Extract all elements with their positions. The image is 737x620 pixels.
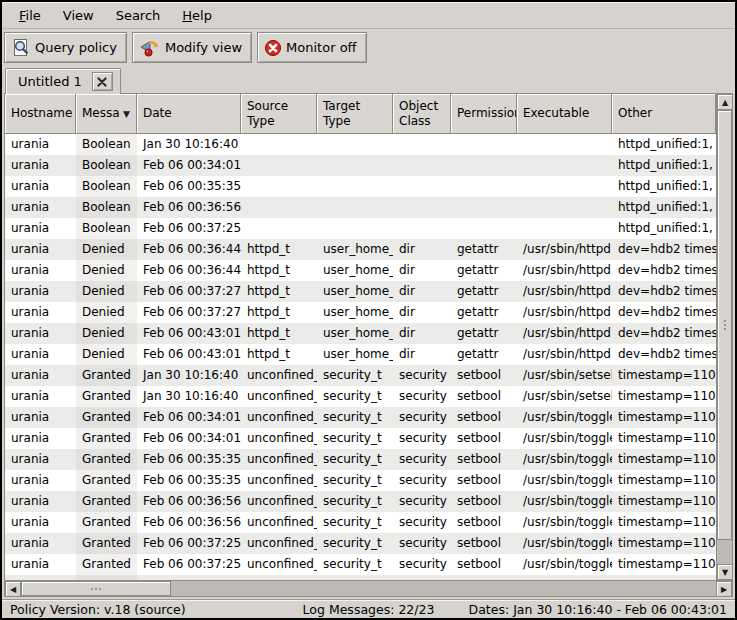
column-header-message[interactable]: Messa▼ — [76, 94, 137, 134]
table-row[interactable]: uraniaDeniedFeb 06 00:37:27httpd_tuser_h… — [5, 281, 716, 302]
cell-date: Feb 06 00:35:35 — [137, 449, 241, 470]
cell-hostname: urania — [5, 491, 76, 512]
table-row[interactable]: uraniaDeniedFeb 06 00:37:27httpd_tuser_h… — [5, 302, 716, 323]
table-row[interactable]: uraniaDeniedFeb 06 00:36:44httpd_tuser_h… — [5, 239, 716, 260]
table-row[interactable]: uraniaBooleanJan 30 10:16:40httpd_unifie… — [5, 134, 716, 155]
column-header-other[interactable]: Other — [612, 94, 716, 134]
table-row[interactable]: uraniaDeniedFeb 06 00:43:01httpd_tuser_h… — [5, 323, 716, 344]
table-row[interactable]: uraniaGrantedFeb 06 00:35:35unconfined_s… — [5, 449, 716, 470]
table-row[interactable]: uraniaDeniedFeb 06 00:43:01httpd_tuser_h… — [5, 344, 716, 365]
table-row[interactable]: uraniaGrantedFeb 06 00:37:25unconfined_s… — [5, 554, 716, 575]
cell-executable: /usr/sbin/toggle — [517, 449, 612, 470]
modify-view-button[interactable]: Modify view — [132, 32, 252, 63]
cell-message: Granted — [76, 533, 137, 554]
vertical-scroll-track[interactable] — [717, 110, 732, 564]
cell-date: Feb 06 00:37:25 — [137, 533, 241, 554]
monitor-off-button[interactable]: Monitor off — [257, 32, 366, 63]
table-row[interactable]: uraniaBooleanFeb 06 00:37:25httpd_unifie… — [5, 218, 716, 239]
cell-permission: setbool — [451, 533, 517, 554]
query-policy-button[interactable]: Query policy — [4, 32, 127, 63]
cell-executable: /usr/sbin/httpd — [517, 344, 612, 365]
vertical-scroll-thumb[interactable] — [717, 110, 732, 540]
table-row[interactable]: uraniaGrantedFeb 06 00:35:35unconfined_s… — [5, 470, 716, 491]
table-row[interactable]: uraniaBooleanFeb 06 00:36:56httpd_unifie… — [5, 197, 716, 218]
cell-message: Denied — [76, 281, 137, 302]
column-header-hostname[interactable]: Hostname — [5, 94, 76, 134]
cell-executable: /usr/sbin/toggle — [517, 533, 612, 554]
cell-executable — [517, 176, 612, 197]
cell-source_type: unconfined_ — [241, 386, 317, 407]
column-header-date[interactable]: Date — [137, 94, 241, 134]
horizontal-scrollbar[interactable]: ◀ ▶ — [5, 580, 732, 596]
scroll-left-button[interactable]: ◀ — [5, 581, 21, 597]
cell-hostname: urania — [5, 155, 76, 176]
cell-source_type: unconfined_ — [241, 491, 317, 512]
table-row[interactable]: uraniaGrantedFeb 06 00:34:01unconfined_s… — [5, 428, 716, 449]
cell-target_type: security_t — [317, 491, 393, 512]
cell-message: Boolean — [76, 176, 137, 197]
vertical-scrollbar[interactable]: ▲ ▼ — [716, 94, 732, 580]
column-header-permission[interactable]: Permission — [451, 94, 517, 134]
menu-item-help[interactable]: Help — [173, 5, 221, 26]
cell-other: dev=hdb2 timesta — [612, 344, 716, 365]
cell-target_type: security_t — [317, 533, 393, 554]
cell-permission — [451, 155, 517, 176]
cell-source_type: unconfined_ — [241, 512, 317, 533]
scroll-down-button[interactable]: ▼ — [717, 564, 732, 580]
cell-date: Jan 30 10:16:40 — [137, 365, 241, 386]
menu-item-view[interactable]: View — [54, 5, 103, 26]
column-header-label: Messa — [82, 106, 120, 120]
tab-untitled-1[interactable]: Untitled 1 — [5, 68, 121, 94]
menu-item-file[interactable]: File — [10, 5, 50, 26]
cell-executable — [517, 155, 612, 176]
table-row[interactable]: uraniaDeniedFeb 06 00:36:44httpd_tuser_h… — [5, 260, 716, 281]
table-row[interactable]: uraniaBooleanFeb 06 00:35:35httpd_unifie… — [5, 176, 716, 197]
column-header-source_type[interactable]: Source Type — [241, 94, 317, 134]
cell-date: Jan 30 10:16:40 — [137, 386, 241, 407]
column-header-label: Permission — [457, 106, 517, 120]
arrow-right-icon: ▶ — [721, 585, 727, 594]
cell-object_class: dir — [393, 239, 451, 260]
column-header-object_class[interactable]: Object Class — [393, 94, 451, 134]
cell-message: Granted — [76, 365, 137, 386]
cell-target_type: security_t — [317, 449, 393, 470]
table-row[interactable]: uraniaGrantedFeb 06 00:37:25unconfined_s… — [5, 533, 716, 554]
cell-source_type: httpd_t — [241, 344, 317, 365]
table-row[interactable]: uraniaGrantedFeb 06 00:36:56unconfined_s… — [5, 491, 716, 512]
cell-other: timestamp=11076 — [612, 428, 716, 449]
table-row[interactable]: uraniaGrantedJan 30 10:16:40unconfined_s… — [5, 386, 716, 407]
column-header-target_type[interactable]: Target Type — [317, 94, 393, 134]
column-header-label: Executable — [523, 106, 589, 120]
cell-object_class — [393, 176, 451, 197]
cell-executable: /usr/sbin/toggle — [517, 554, 612, 575]
column-header-executable[interactable]: Executable — [517, 94, 612, 134]
cell-executable — [517, 197, 612, 218]
horizontal-scroll-thumb[interactable] — [21, 581, 171, 596]
scroll-right-button[interactable]: ▶ — [716, 581, 732, 597]
table-row[interactable]: uraniaGrantedFeb 06 00:34:01unconfined_s… — [5, 407, 716, 428]
cell-target_type: security_t — [317, 428, 393, 449]
horizontal-scroll-track[interactable] — [21, 581, 716, 596]
cell-executable: /usr/sbin/setseb — [517, 386, 612, 407]
tab-close-button[interactable] — [92, 72, 113, 91]
table-row[interactable]: uraniaBooleanFeb 06 00:34:01httpd_unifie… — [5, 155, 716, 176]
cell-target_type: security_t — [317, 407, 393, 428]
cell-executable: /usr/sbin/toggle — [517, 407, 612, 428]
cell-source_type: unconfined_ — [241, 428, 317, 449]
menu-item-search[interactable]: Search — [107, 5, 170, 26]
cell-hostname: urania — [5, 470, 76, 491]
arrow-up-icon: ▲ — [722, 98, 728, 107]
cell-date: Feb 06 00:37:25 — [137, 554, 241, 575]
table-row[interactable]: uraniaGrantedFeb 06 00:36:56unconfined_s… — [5, 512, 716, 533]
cell-other: timestamp=11076 — [612, 554, 716, 575]
cell-target_type: security_t — [317, 386, 393, 407]
cell-other: httpd_unified:1, h — [612, 197, 716, 218]
table-row[interactable]: uraniaGrantedJan 30 10:16:40unconfined_s… — [5, 365, 716, 386]
modify-view-icon — [139, 38, 161, 58]
cell-date: Feb 06 00:43:01 — [137, 344, 241, 365]
cell-executable: /usr/sbin/setseb — [517, 365, 612, 386]
cell-date: Feb 06 00:35:35 — [137, 176, 241, 197]
cell-hostname: urania — [5, 323, 76, 344]
cell-target_type — [317, 176, 393, 197]
scroll-up-button[interactable]: ▲ — [717, 94, 732, 110]
